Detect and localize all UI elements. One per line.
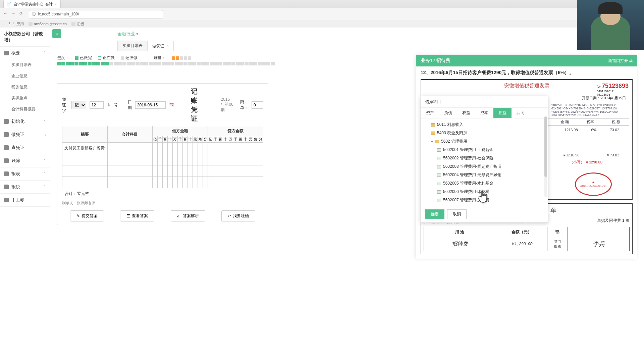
summary-cell[interactable]: 支付员工报销客户餐费: [62, 143, 108, 154]
tree-item[interactable]: ▾5602 管理费用: [421, 137, 548, 146]
back-icon[interactable]: ←: [3, 11, 9, 17]
amount-cell[interactable]: [253, 177, 258, 188]
amount-cell[interactable]: [153, 177, 158, 188]
amount-cell[interactable]: [158, 143, 163, 154]
subject-cell[interactable]: [107, 177, 153, 188]
sidebar-section-7[interactable]: 手工帐: [0, 194, 50, 206]
amount-cell[interactable]: [213, 143, 218, 154]
amount-cell[interactable]: [258, 165, 263, 177]
amount-cell[interactable]: [188, 154, 193, 165]
amount-cell[interactable]: [168, 154, 173, 165]
amount-cell[interactable]: [233, 143, 238, 154]
sidebar-section-2[interactable]: 做凭证›: [0, 128, 50, 141]
amount-cell[interactable]: [173, 143, 178, 154]
amount-cell[interactable]: [153, 165, 158, 177]
summary-cell[interactable]: [62, 165, 108, 177]
amount-cell[interactable]: [248, 177, 253, 188]
amount-cell[interactable]: [258, 177, 263, 188]
apps-button[interactable]: ⋮⋮⋮ 应用: [4, 21, 24, 27]
subject-cell[interactable]: [107, 154, 153, 165]
amount-cell[interactable]: [178, 143, 183, 154]
sidebar-item[interactable]: 实操重点: [0, 93, 50, 104]
amount-cell[interactable]: [223, 154, 228, 165]
amount-cell[interactable]: [238, 154, 243, 165]
reload-icon[interactable]: ⟳: [19, 11, 25, 17]
amount-cell[interactable]: [208, 143, 213, 154]
amount-cell[interactable]: [183, 177, 188, 188]
amount-cell[interactable]: [158, 177, 163, 188]
amount-cell[interactable]: [173, 165, 178, 177]
close-icon[interactable]: ×: [166, 44, 169, 48]
comment-button[interactable]: ↶我要吐槽: [221, 210, 255, 221]
analysis-button[interactable]: 🏷答案解析: [171, 210, 205, 221]
sidebar-item[interactable]: 会计科目概要: [0, 104, 50, 115]
amount-cell[interactable]: [163, 165, 168, 177]
amount-cell[interactable]: [203, 154, 208, 165]
date-input[interactable]: [135, 101, 166, 109]
amount-cell[interactable]: [213, 154, 218, 165]
amount-cell[interactable]: [173, 177, 178, 188]
address-bar[interactable]: ⓘ lx.acc5.com/main_109/: [29, 10, 163, 18]
amount-cell[interactable]: [178, 177, 183, 188]
popup-tab[interactable]: 成本: [475, 108, 493, 118]
amount-cell[interactable]: [203, 143, 208, 154]
amount-cell[interactable]: [233, 177, 238, 188]
stepper-icon[interactable]: ⇕: [107, 103, 110, 107]
amount-cell[interactable]: [183, 143, 188, 154]
amount-cell[interactable]: [223, 143, 228, 154]
amount-cell[interactable]: [253, 165, 258, 177]
amount-cell[interactable]: [198, 154, 203, 165]
ok-button[interactable]: 确定: [425, 209, 444, 219]
amount-cell[interactable]: [228, 143, 233, 154]
video-overlay[interactable]: [577, 0, 644, 50]
voucher-number-input[interactable]: [90, 101, 104, 109]
amount-cell[interactable]: [218, 143, 223, 154]
amount-cell[interactable]: [243, 177, 248, 188]
amount-cell[interactable]: [163, 143, 168, 154]
amount-cell[interactable]: [198, 165, 203, 177]
amount-cell[interactable]: [178, 154, 183, 165]
amount-cell[interactable]: [248, 154, 253, 165]
amount-cell[interactable]: [238, 143, 243, 154]
amount-cell[interactable]: [233, 165, 238, 177]
popup-tab[interactable]: 共同: [512, 108, 530, 118]
sidebar-section-1[interactable]: 初始化˅: [0, 115, 50, 128]
amount-cell[interactable]: [213, 177, 218, 188]
browser-tab[interactable]: 📄 会计学堂实操中心_会计 ×: [3, 0, 61, 8]
amount-cell[interactable]: [208, 165, 213, 177]
amount-cell[interactable]: [183, 154, 188, 165]
view-answer-button[interactable]: ☰查看答案: [120, 210, 154, 221]
amount-cell[interactable]: [248, 165, 253, 177]
submit-button[interactable]: ✎提交答案: [70, 210, 104, 221]
amount-cell[interactable]: [218, 177, 223, 188]
summary-cell[interactable]: [62, 177, 108, 188]
amount-cell[interactable]: [253, 143, 258, 154]
amount-cell[interactable]: [203, 177, 208, 188]
amount-cell[interactable]: [223, 177, 228, 188]
amount-cell[interactable]: [243, 143, 248, 154]
tree-item[interactable]: 5602004 管理费用-无形资产摊销: [421, 171, 548, 179]
amount-cell[interactable]: [153, 143, 158, 154]
amount-cell[interactable]: [168, 177, 173, 188]
popup-tab[interactable]: 权益: [457, 108, 475, 118]
amount-cell[interactable]: [218, 165, 223, 177]
forward-icon[interactable]: →: [11, 11, 17, 17]
amount-cell[interactable]: [188, 177, 193, 188]
sidebar-section-0[interactable]: 概要˄: [0, 47, 50, 59]
amount-cell[interactable]: [178, 165, 183, 177]
popup-tab[interactable]: 资产: [421, 108, 439, 118]
popup-tab[interactable]: 负债: [439, 108, 457, 118]
amount-cell[interactable]: [158, 154, 163, 165]
bookmark-2[interactable]: 初级: [71, 21, 84, 27]
sidebar-item[interactable]: 企业信息: [0, 70, 50, 82]
popup-tab[interactable]: 损益: [493, 108, 512, 118]
amount-cell[interactable]: [243, 165, 248, 177]
amount-cell[interactable]: [193, 165, 198, 177]
amount-cell[interactable]: [193, 154, 198, 165]
amount-cell[interactable]: [238, 165, 243, 177]
sidebar-section-3[interactable]: 查凭证: [0, 141, 50, 154]
amount-cell[interactable]: [253, 154, 258, 165]
sidebar-section-6[interactable]: 报税˅: [0, 181, 50, 193]
tree-item[interactable]: 5602002 管理费用-社会保险: [421, 154, 548, 162]
sidebar-item[interactable]: 实操目录表: [0, 59, 50, 70]
